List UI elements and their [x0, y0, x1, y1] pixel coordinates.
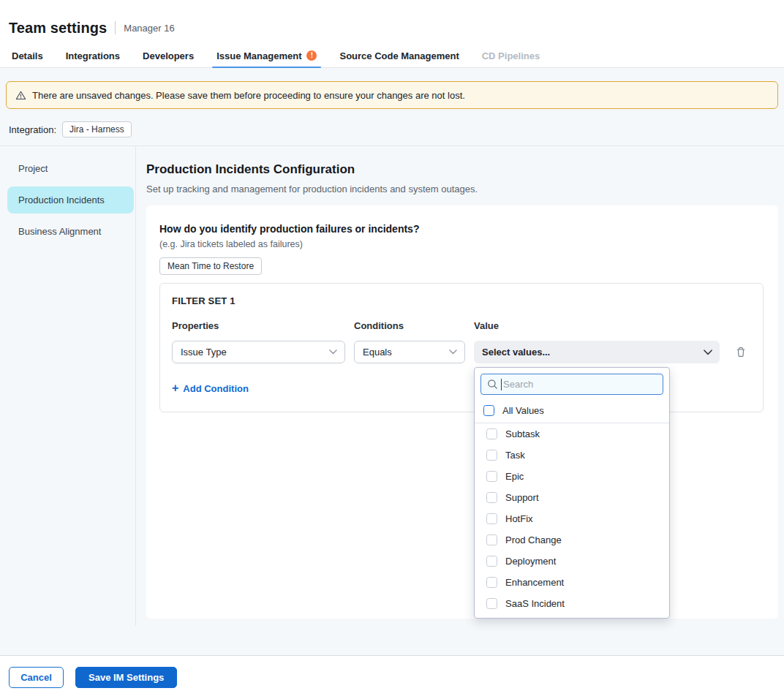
- checkbox-icon[interactable]: [486, 598, 497, 609]
- option-epic[interactable]: Epic: [475, 466, 669, 487]
- option-task[interactable]: Task: [475, 445, 669, 466]
- checkbox-icon[interactable]: [486, 513, 497, 524]
- value-column-label: Value: [474, 320, 720, 331]
- checkbox-icon[interactable]: [486, 471, 497, 482]
- integration-row: Integration: Jira - Harness: [9, 121, 784, 138]
- checkbox-icon[interactable]: [486, 428, 497, 439]
- option-subtask[interactable]: Subtask: [475, 423, 669, 445]
- checkbox-icon[interactable]: [486, 450, 497, 461]
- option-saas-incident[interactable]: SaaS Incident: [475, 593, 669, 614]
- option-prod-change[interactable]: Prod Change: [475, 529, 669, 551]
- value-dropdown-panel: Search All Values Subtask Task Epic: [474, 367, 670, 619]
- add-condition-button[interactable]: + Add Condition: [172, 382, 249, 394]
- checkbox-icon[interactable]: [483, 405, 494, 416]
- tab-source-code-management[interactable]: Source Code Management: [338, 44, 460, 67]
- filter-row: Issue Type Equals: [172, 341, 751, 363]
- conditions-column-label: Conditions: [354, 320, 465, 331]
- value-select-wrap: Select values...: [474, 341, 720, 363]
- settings-sidebar: Project Production Incidents Business Al…: [0, 146, 136, 626]
- main-panel: Production Incidents Configuration Set u…: [136, 146, 784, 626]
- incidents-config-card: How do you identify production failures …: [146, 205, 778, 619]
- delete-filter-button[interactable]: [735, 346, 747, 358]
- banner-message: There are unsaved changes. Please save t…: [32, 90, 465, 101]
- search-placeholder: Search: [503, 379, 533, 390]
- properties-column-label: Properties: [172, 320, 345, 331]
- unsaved-changes-banner: There are unsaved changes. Please save t…: [6, 81, 778, 109]
- search-icon: [487, 379, 498, 390]
- section-subtitle: Set up tracking and management for produ…: [146, 184, 778, 194]
- page-title: Team settings: [9, 20, 107, 37]
- tab-details[interactable]: Details: [10, 44, 45, 67]
- sidebar-item-production-incidents[interactable]: Production Incidents: [7, 186, 134, 214]
- dropdown-search-wrap: Search: [475, 368, 669, 399]
- metric-chip[interactable]: Mean Time to Restore: [159, 257, 262, 275]
- option-support[interactable]: Support: [475, 487, 669, 508]
- integration-label: Integration:: [9, 124, 56, 135]
- checkbox-icon[interactable]: [486, 577, 497, 588]
- title-separator: [115, 21, 116, 34]
- plus-icon: +: [172, 382, 178, 394]
- warning-triangle-icon: [15, 90, 26, 101]
- option-enhancement[interactable]: Enhancement: [475, 572, 669, 593]
- chevron-down-icon: [449, 350, 457, 355]
- alert-badge-icon: !: [306, 50, 317, 61]
- footer-actions: Cancel Save IM Settings: [0, 655, 784, 699]
- save-im-settings-button[interactable]: Save IM Settings: [75, 667, 177, 688]
- page-body: There are unsaved changes. Please save t…: [0, 68, 784, 655]
- cancel-button[interactable]: Cancel: [9, 667, 64, 688]
- search-input[interactable]: Search: [480, 374, 663, 395]
- tab-integrations[interactable]: Integrations: [64, 44, 121, 67]
- team-name-label: Manager 16: [124, 23, 174, 34]
- option-deployment[interactable]: Deployment: [475, 551, 669, 572]
- chevron-down-icon: [329, 350, 337, 355]
- option-customer-notification[interactable]: Customer Notification: [475, 614, 669, 619]
- sidebar-item-project[interactable]: Project: [7, 155, 134, 182]
- page-header: Team settings Manager 16: [0, 0, 784, 44]
- section-title: Production Incidents Configuration: [146, 162, 778, 177]
- question-heading: How do you identify production failures …: [159, 223, 764, 235]
- option-hotfix[interactable]: HotFix: [475, 508, 669, 529]
- content-columns: Project Production Incidents Business Al…: [0, 146, 784, 626]
- tab-cd-pipelines: CD Pipelines: [480, 44, 541, 67]
- option-all-values[interactable]: All Values: [475, 399, 669, 423]
- filter-set-box: FILTER SET 1 Properties Conditions Value…: [159, 283, 764, 412]
- tab-developers[interactable]: Developers: [141, 44, 195, 67]
- tab-issue-management[interactable]: Issue Management !: [215, 44, 318, 67]
- question-hint: (e.g. Jira tickets labeled as failures): [159, 239, 764, 249]
- chevron-down-icon: [704, 350, 712, 355]
- filter-set-title: FILTER SET 1: [172, 295, 751, 306]
- integration-chip[interactable]: Jira - Harness: [62, 121, 132, 137]
- filter-column-labels: Properties Conditions Value: [172, 320, 751, 331]
- checkbox-icon[interactable]: [486, 492, 497, 503]
- value-multiselect[interactable]: Select values...: [474, 341, 720, 363]
- text-cursor: [501, 379, 502, 390]
- checkbox-icon[interactable]: [486, 534, 497, 545]
- sidebar-item-business-alignment[interactable]: Business Alignment: [7, 218, 134, 245]
- checkbox-icon[interactable]: [486, 556, 497, 567]
- tab-bar: Details Integrations Developers Issue Ma…: [0, 44, 784, 68]
- property-select[interactable]: Issue Type: [172, 341, 345, 363]
- condition-select[interactable]: Equals: [354, 341, 465, 363]
